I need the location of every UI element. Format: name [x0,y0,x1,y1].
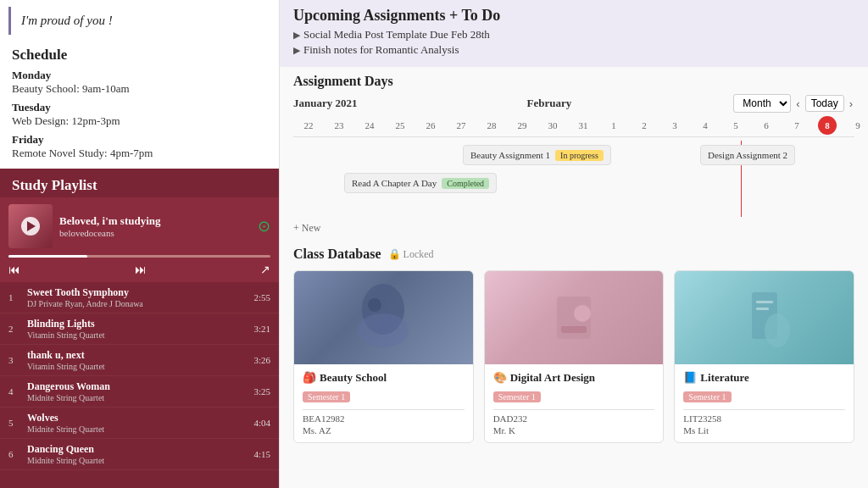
assignment-days-title: Assignment Days [293,74,854,89]
day-25: 25 [385,120,415,130]
design-assignment[interactable]: Design Assignment 2 [700,145,795,165]
class-card-beauty[interactable]: 🎒 Beauty School Semester 1 BEA12982 Ms. … [293,270,474,443]
svg-rect-8 [756,301,773,303]
digital-illustration [540,284,608,352]
track-info: Sweet Tooth Symphony DJ Private Ryan, An… [22,286,253,308]
beauty-icon: 🎒 [303,371,316,385]
track-artist: Vitamin String Quartet [27,362,253,371]
day-1: 1 [598,120,629,130]
lock-icon: 🔒 [388,248,401,261]
share-button[interactable]: ↗ [260,263,270,277]
schedule-monday: Monday Beauty School: 9am-10am [12,69,267,96]
track-info: Wolves Midnite String Quartet [22,412,253,434]
track-name: Blinding Lights [27,318,253,330]
day-8-today: 8 [818,116,837,135]
track-artist: Midnite String Quartet [27,424,253,434]
track-artist: Midnite String Quartet [27,393,253,402]
spotify-icon: ⊙ [258,217,270,236]
day-7: 7 [782,120,812,130]
track-artist: Midnite String Quartet [27,456,253,465]
track-artist: Vitamin String Quartet [27,330,253,340]
progress-bar-fill [8,255,87,258]
schedule-title: Schedule [12,47,267,64]
play-icon [27,221,36,231]
digital-semester-badge: Semester 1 [493,391,541,402]
svg-point-4 [574,305,591,322]
in-progress-badge: In progress [555,150,604,161]
read-assignment[interactable]: Read A Chapter A Day Completed [344,173,497,193]
playlist-title: Study Playlist [0,169,279,197]
digital-card-body: 🎨 Digital Art Design Semester 1 DAD232 M… [485,364,664,442]
track-info: Blinding Lights Vitamin String Quartet [22,318,253,340]
class-cards: 🎒 Beauty School Semester 1 BEA12982 Ms. … [293,270,854,443]
schedule-monday-day: Monday [12,69,267,82]
track-item[interactable]: 2 Blinding Lights Vitamin String Quartet… [0,313,279,345]
lit-card-name: 📘 Literature [683,371,845,385]
day-5: 5 [721,120,751,130]
track-num: 6 [8,449,22,459]
day-9: 9 [843,120,868,130]
svg-point-2 [368,298,381,312]
track-num: 5 [8,418,22,428]
track-item[interactable]: 1 Sweet Tooth Symphony DJ Private Ryan, … [0,282,279,313]
track-item[interactable]: 4 Dangerous Woman Midnite String Quartet… [0,376,279,408]
completed-badge: Completed [442,178,489,189]
track-num: 4 [8,386,22,396]
day-4: 4 [690,120,721,130]
svg-rect-5 [561,326,587,333]
lit-card-body: 📘 Literature Semester 1 LIT23258 Ms Lit [675,364,854,442]
lit-code: LIT23258 [683,413,845,424]
track-item[interactable]: 6 Dancing Queen Midnite String Quartet 4… [0,439,279,470]
today-button[interactable]: Today [805,95,844,112]
divider [303,409,465,410]
track-item[interactable]: 5 Wolves Midnite String Quartet 4:04 [0,408,279,439]
class-database-section: Class Database 🔒 Locked 🎒 [280,240,868,488]
track-list: 1 Sweet Tooth Symphony DJ Private Ryan, … [0,282,279,488]
next-button[interactable]: ⏭ [135,263,147,277]
class-card-literature[interactable]: 📘 Literature Semester 1 LIT23258 Ms Lit [674,270,854,443]
calendar-month-jan: January 2021 [293,97,357,110]
right-panel: Upcoming Assignments + To Do ▶ Social Me… [280,0,868,488]
track-name: Dancing Queen [27,443,253,456]
calendar-controls: Month ‹ Today › [733,94,854,113]
locked-text: Locked [403,248,434,261]
prev-button[interactable]: ⏮ [8,263,20,277]
track-duration: 3:26 [253,355,270,365]
track-duration: 2:55 [253,292,270,302]
player-controls: ⏮ ⏭ ↗ [0,261,279,282]
calendar-months: January 2021 February [293,97,733,110]
day-2: 2 [629,120,659,130]
arrow-icon-2: ▶ [293,45,300,56]
digital-code: DAD232 [493,413,655,424]
add-new-button[interactable]: + New [293,222,320,235]
next-month-button[interactable]: › [848,97,854,110]
track-info: thank u, next Vitamin String Quartet [22,349,253,371]
beauty-card-body: 🎒 Beauty School Semester 1 BEA12982 Ms. … [294,364,473,442]
track-duration: 3:25 [253,386,270,396]
beauty-teacher: Ms. AZ [303,425,465,435]
album-art [8,204,53,248]
schedule-tuesday: Tuesday Web Design: 12pm-3pm [12,101,267,128]
svg-rect-9 [756,308,769,310]
assignment-text-1: Social Media Post Template Due Feb 28th [303,28,490,42]
prev-month-button[interactable]: ‹ [794,97,801,110]
beauty-code: BEA12982 [303,413,465,424]
day-28: 28 [476,120,507,130]
progress-bar[interactable] [8,255,270,258]
track-item[interactable]: 3 thank u, next Vitamin String Quartet 3… [0,345,279,376]
beauty-assignment[interactable]: Beauty Assignment 1 In progress [463,145,611,165]
progress-bar-container [0,255,279,261]
divider [493,409,655,410]
schedule-monday-detail: Beauty School: 9am-10am [12,82,267,96]
month-dropdown[interactable]: Month [733,94,791,113]
class-card-digital[interactable]: 🎨 Digital Art Design Semester 1 DAD232 M… [484,270,665,443]
digital-teacher: Mr. K [493,425,655,435]
play-button[interactable] [21,217,40,236]
lit-illustration [731,284,798,352]
beauty-semester-badge: Semester 1 [303,391,350,402]
day-22: 22 [293,120,324,130]
schedule-tuesday-day: Tuesday [12,101,267,114]
day-3: 3 [659,120,690,130]
day-6: 6 [751,120,782,130]
track-duration: 4:15 [253,449,270,459]
